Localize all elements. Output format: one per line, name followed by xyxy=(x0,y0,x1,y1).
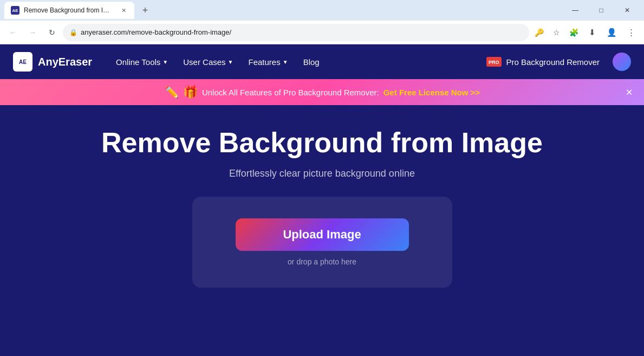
nav-items: Online Tools ▼ User Cases ▼ Features ▼ B… xyxy=(109,53,480,71)
close-button[interactable]: ✕ xyxy=(615,2,640,19)
pro-icon: PRO xyxy=(486,57,502,67)
promo-close-button[interactable]: ✕ xyxy=(622,86,635,99)
forward-button[interactable]: → xyxy=(24,24,41,41)
logo-icon: AE xyxy=(13,52,32,72)
back-button[interactable]: ← xyxy=(4,24,22,41)
address-bar-row: ← → ↻ 🔒 anyeraser.com/remove-background-… xyxy=(0,21,644,44)
address-actions: 🔑 ☆ 🧩 xyxy=(531,25,581,40)
window-controls: — □ ✕ xyxy=(563,2,640,19)
nav-item-blog[interactable]: Blog xyxy=(297,53,326,71)
nav-item-features[interactable]: Features ▼ xyxy=(242,53,295,71)
address-bar[interactable]: 🔒 anyeraser.com/remove-background-from-i… xyxy=(63,24,529,41)
features-chevron: ▼ xyxy=(283,59,288,65)
hero-title: Remove Background from Image xyxy=(101,127,543,159)
online-tools-label: Online Tools xyxy=(116,57,160,67)
tab-favicon: AE xyxy=(11,6,19,15)
upload-image-button[interactable]: Upload Image xyxy=(236,218,409,251)
user-avatar[interactable] xyxy=(613,53,631,71)
maximize-button[interactable]: □ xyxy=(589,2,614,19)
pro-background-remover-button[interactable]: PRO Pro Background Remover xyxy=(480,53,606,71)
gift-emoji2: 🎁 xyxy=(183,85,198,99)
lock-icon: 🔒 xyxy=(69,29,77,36)
features-label: Features xyxy=(249,57,281,67)
upload-area: Upload Image or drop a photo here xyxy=(192,197,452,288)
drop-hint: or drop a photo here xyxy=(288,257,356,266)
blog-label: Blog xyxy=(303,57,320,67)
download-button[interactable]: ⬇ xyxy=(583,24,601,41)
svg-text:PRO: PRO xyxy=(489,60,499,65)
reload-button[interactable]: ↻ xyxy=(43,24,61,41)
password-icon[interactable]: 🔑 xyxy=(531,25,547,40)
browser-tab[interactable]: AE Remove Background from Ima... ✕ xyxy=(4,2,134,19)
nav-item-online-tools[interactable]: Online Tools ▼ xyxy=(109,53,174,71)
pro-label: Pro Background Remover xyxy=(506,57,600,67)
website-content: AE AnyEraser Online Tools ▼ User Cases ▼… xyxy=(0,44,644,356)
gift-emoji: ✏️ xyxy=(164,85,179,99)
site-navbar: AE AnyEraser Online Tools ▼ User Cases ▼… xyxy=(0,44,644,79)
address-text: anyeraser.com/remove-background-from-ima… xyxy=(81,28,523,36)
tab-title: Remove Background from Ima... xyxy=(24,7,115,14)
promo-text: Unlock All Features of Pro Background Re… xyxy=(202,88,379,97)
logo-wrapper[interactable]: AE AnyEraser xyxy=(13,52,92,72)
user-cases-chevron: ▼ xyxy=(228,59,233,65)
profile-button[interactable]: 👤 xyxy=(603,24,620,41)
browser-titlebar: AE Remove Background from Ima... ✕ + — □… xyxy=(0,0,644,21)
hero-section: Remove Background from Image Effortlessl… xyxy=(0,105,644,356)
tab-close-button[interactable]: ✕ xyxy=(119,6,128,15)
logo-name: AnyEraser xyxy=(38,56,92,68)
nav-item-user-cases[interactable]: User Cases ▼ xyxy=(177,53,239,71)
user-cases-label: User Cases xyxy=(183,57,225,67)
hero-subtitle: Effortlessly clear picture background on… xyxy=(229,168,415,179)
bookmark-button[interactable]: ☆ xyxy=(549,25,564,40)
new-tab-button[interactable]: + xyxy=(138,3,153,18)
online-tools-chevron: ▼ xyxy=(162,59,168,65)
extensions-button[interactable]: 🧩 xyxy=(566,25,581,40)
browser-frame: AE Remove Background from Ima... ✕ + — □… xyxy=(0,0,644,356)
menu-button[interactable]: ⋮ xyxy=(622,24,640,41)
promo-cta-link[interactable]: Get Free License Now >> xyxy=(383,88,480,97)
promo-banner: ✏️ 🎁 Unlock All Features of Pro Backgrou… xyxy=(0,79,644,105)
minimize-button[interactable]: — xyxy=(563,2,588,19)
